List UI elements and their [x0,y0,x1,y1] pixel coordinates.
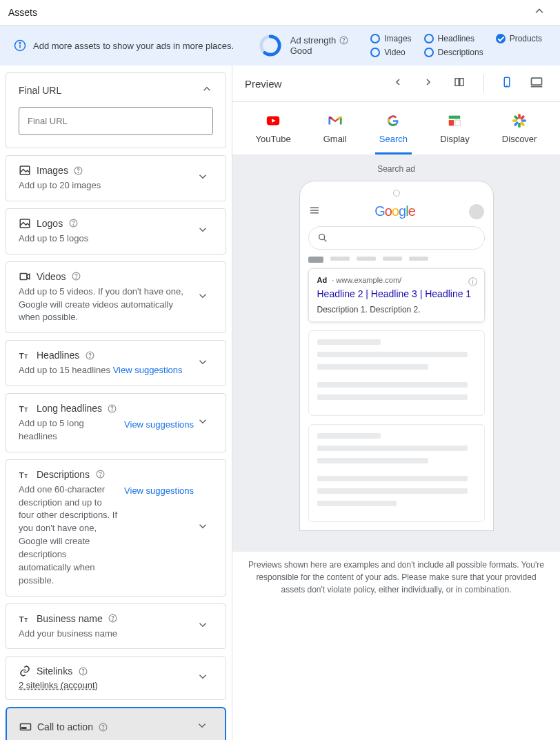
svg-line-62 [323,239,326,242]
channel-discover[interactable]: Discover [498,113,541,154]
help-icon[interactable] [339,36,348,46]
link-icon [19,665,31,677]
stage-label: Search ad [239,164,553,174]
svg-marker-14 [27,274,30,279]
svg-rect-52 [512,119,517,122]
svg-text:T: T [24,407,28,413]
svg-point-16 [76,278,77,279]
info-icon: ⓘ [468,276,477,288]
text-icon: TT [19,612,31,625]
headlines-card[interactable]: TT Headlines Add up to 15 headlines View… [6,340,226,386]
svg-point-32 [112,620,113,621]
gmail-icon [328,113,343,128]
chevron-down-icon[interactable] [194,517,212,538]
google-logo: Google [374,203,415,219]
svg-rect-36 [22,728,26,729]
avatar [469,204,484,219]
hamburger-icon [308,204,321,219]
desktop-icon[interactable] [526,72,548,94]
channel-search[interactable]: Search [375,113,412,154]
svg-text:T: T [24,472,28,479]
text-icon: TT [19,349,31,361]
help-icon[interactable] [68,219,78,228]
help-icon[interactable] [85,350,94,360]
chevron-down-icon[interactable] [194,616,212,637]
channel-display[interactable]: Display [436,113,474,154]
grid-icon[interactable] [448,73,471,94]
images-card[interactable]: Images Add up to 20 images [6,155,226,201]
chevron-down-icon[interactable] [194,168,212,188]
sitelinks-count-link[interactable]: 2 sitelinks (account) [19,680,98,690]
final-url-label: Final URL [19,85,61,96]
svg-point-20 [90,357,90,357]
youtube-icon [266,113,281,128]
preview-title: Preview [245,78,379,90]
help-icon[interactable] [108,403,117,413]
search-bar [308,226,485,250]
view-suggestions-link[interactable]: View suggestions [124,417,194,432]
ad-preview-card: ⓘ Ad · www.example.com/ Headline 2 | Hea… [308,268,485,322]
display-icon [447,113,462,128]
help-icon[interactable] [78,666,88,676]
final-url-input[interactable] [19,107,213,135]
logos-card[interactable]: Logos Add up to 5 logos [6,208,226,254]
svg-text:T: T [19,614,24,623]
business-name-card[interactable]: TT Business name Add your business name [6,603,226,650]
strength-value: Good [290,46,349,56]
svg-rect-50 [518,114,521,119]
svg-text:T: T [19,352,24,360]
image-icon [19,164,31,177]
text-icon: TT [19,402,31,414]
text-icon: TT [19,468,31,481]
svg-point-9 [78,172,79,172]
strength-ring-icon [259,34,282,57]
view-suggestions-link[interactable]: View suggestions [124,483,194,498]
chevron-down-icon[interactable] [194,287,212,308]
descriptions-card[interactable]: TT Descriptions Add one 60-character des… [6,459,226,597]
chevron-down-icon[interactable] [194,412,212,433]
svg-rect-53 [521,119,526,122]
svg-rect-47 [449,116,461,119]
help-icon[interactable] [99,722,108,732]
svg-rect-49 [455,120,460,126]
info-icon [14,39,26,52]
svg-point-24 [112,410,113,410]
long-headlines-card[interactable]: TT Long headlines Add up to 5 long headl… [6,393,226,452]
strength-label: Ad strength [290,35,337,46]
next-icon[interactable] [417,74,439,93]
check-images: Images [370,34,411,43]
video-icon [19,270,31,283]
check-products: Products [496,34,542,43]
channel-gmail[interactable]: Gmail [319,113,351,154]
chevron-down-icon[interactable] [193,717,211,737]
cta-card[interactable]: Call to action [6,707,226,740]
svg-text:T: T [24,617,28,623]
svg-rect-48 [449,120,454,126]
sitelinks-card[interactable]: Sitelinks 2 sitelinks (account) [6,656,226,700]
svg-text:T: T [19,470,24,479]
svg-point-2 [19,43,21,44]
collapse-icon[interactable] [201,83,213,97]
check-headlines: Headlines [424,34,483,43]
chevron-down-icon[interactable] [194,353,212,374]
help-icon[interactable] [72,272,81,281]
ad-description: Description 1. Description 2. [317,305,476,314]
collapse-panel-icon[interactable] [532,4,546,21]
image-icon [19,217,31,230]
svg-rect-43 [532,78,542,85]
svg-rect-51 [518,123,521,128]
view-suggestions-link[interactable]: View suggestions [113,365,183,375]
help-icon[interactable] [74,166,83,175]
svg-point-34 [83,673,83,674]
chevron-down-icon[interactable] [194,221,212,241]
chevron-down-icon[interactable] [194,668,212,688]
channel-youtube[interactable]: YouTube [252,113,295,154]
help-icon[interactable] [108,614,118,623]
ad-headline: Headline 2 | Headline 3 | Headline 1 [317,288,476,299]
svg-rect-40 [460,79,463,86]
svg-point-6 [343,42,344,43]
mobile-icon[interactable] [497,73,517,94]
prev-icon[interactable] [387,74,409,93]
videos-card[interactable]: Videos Add up to 5 videos. If you don't … [6,261,226,334]
help-icon[interactable] [95,470,105,479]
